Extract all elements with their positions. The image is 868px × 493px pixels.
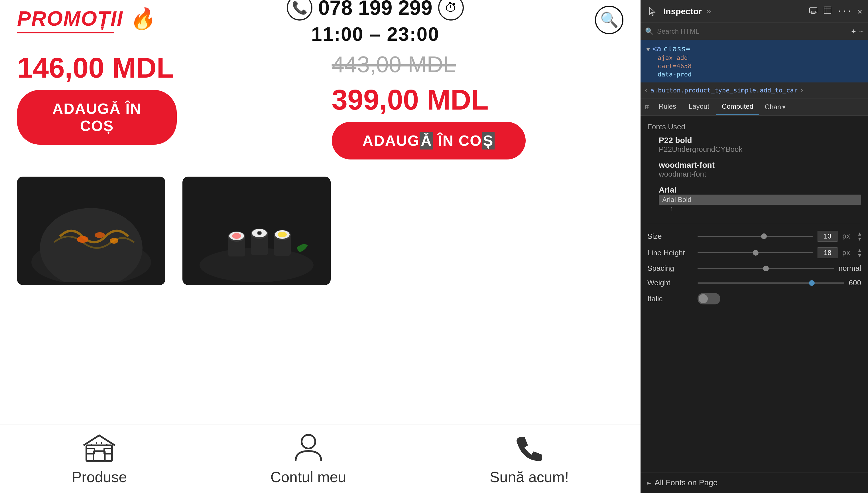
devtools-header: Inspector » ··· ✕ <box>641 0 868 23</box>
brand-underline <box>17 32 114 34</box>
tab-computed[interactable]: Computed <box>716 99 759 115</box>
add-html-button[interactable]: + <box>851 27 856 36</box>
tab-chan[interactable]: Chan ▾ <box>760 101 790 113</box>
tab-layout[interactable]: Layout <box>683 99 715 115</box>
spacing-value: normal <box>839 264 861 273</box>
inspector-cursor-icon[interactable] <box>646 5 659 18</box>
html-line-2: ajax_add_ <box>646 54 862 61</box>
svg-point-1 <box>40 208 142 282</box>
html-code-area: ▼ <a class= ajax_add_ cart=4658 data-pro… <box>641 40 868 83</box>
clock-icon: ⏱ <box>438 0 464 21</box>
line-height-stepper[interactable]: ▲ ▼ <box>858 248 861 258</box>
line-height-slider[interactable] <box>698 250 813 256</box>
add-to-cart-btn-1[interactable]: ADAUGĂ ÎN COȘ <box>17 90 177 145</box>
close-devtools-icon[interactable]: ✕ <box>858 6 862 16</box>
spacing-row: Spacing normal <box>647 264 861 273</box>
line-height-row: Line Height px ▲ ▼ <box>647 248 861 258</box>
breadcrumb-text: a.button.product_type_simple.add_to_car <box>650 87 798 94</box>
weight-value: 600 <box>849 278 861 287</box>
spacing-label: Spacing <box>647 264 693 273</box>
html-class-value: ajax_add_ <box>658 54 691 61</box>
font-p22-entry: P22 bold P22UndergroundCYBook <box>659 136 861 154</box>
tab-chan-dropdown-icon: ▾ <box>782 103 785 111</box>
responsive-icon[interactable] <box>809 6 818 17</box>
italic-toggle[interactable] <box>698 293 720 304</box>
fonts-used-header: Fonts Used <box>647 122 861 131</box>
html-dataprod: data-prod <box>658 71 691 78</box>
weight-track <box>698 282 844 284</box>
svg-point-10 <box>232 233 241 239</box>
svg-rect-21 <box>93 451 105 461</box>
svg-rect-31 <box>809 8 817 13</box>
cursor-indicator: ↑ <box>670 205 861 212</box>
business-hours: 11:00 – 23:00 <box>311 23 439 45</box>
svg-point-4 <box>110 238 118 244</box>
svg-point-15 <box>258 232 261 235</box>
font-woodmart-sub: woodmart-font <box>659 170 861 178</box>
size-slider[interactable] <box>698 233 813 239</box>
arial-bold-tag: Arial Bold <box>659 195 861 205</box>
line-height-thumb[interactable] <box>753 250 758 256</box>
more-options-icon[interactable]: ··· <box>838 6 852 16</box>
svg-point-30 <box>302 435 315 449</box>
html-more-icon[interactable]: ⋯ <box>860 27 864 35</box>
nav-suna[interactable]: Sună acum! <box>490 432 569 486</box>
inspector-tabs: ⊞ Rules Layout Computed Chan ▾ <box>641 99 868 115</box>
tab-grid-icon: ⊞ <box>643 103 652 111</box>
size-row: Size px ▲ ▼ <box>647 231 861 242</box>
fonts-panel: Fonts Used P22 bold P22UndergroundCYBook… <box>641 115 868 472</box>
devtools-title: Inspector <box>663 6 702 16</box>
breadcrumb-forward-icon[interactable]: › <box>800 86 804 94</box>
nav-suna-label: Sună acum! <box>490 469 569 486</box>
bottom-nav: Produse Contul meu Sună acum! <box>0 425 641 493</box>
top-bar: PROMOȚII 🔥 📞 078 199 299 ⏱ 11:00 – 23:00… <box>0 0 641 40</box>
size-unit: px <box>842 232 853 240</box>
products-area: 146,00 MDL ADAUGĂ ÎN COȘ 443,00 MDL 399,… <box>0 40 641 171</box>
size-thumb[interactable] <box>761 233 767 239</box>
tab-rules[interactable]: Rules <box>653 99 682 115</box>
search-html-input[interactable] <box>657 27 848 35</box>
search-button[interactable]: 🔍 <box>595 6 623 34</box>
font-arial-entry: Arial Arial Bold ↑ <box>659 186 861 212</box>
svg-point-2 <box>77 236 88 243</box>
all-fonts-expand-icon: ► <box>647 479 651 487</box>
font-woodmart: woodmart-font woodmart-font <box>647 160 861 178</box>
weight-thumb[interactable] <box>809 280 815 286</box>
font-p22-sub: P22UndergroundCYBook <box>659 145 861 154</box>
fonts-used-section: Fonts Used P22 bold P22UndergroundCYBook… <box>647 122 861 217</box>
search-html-bar: 🔍 + ⋯ <box>641 23 868 40</box>
weight-slider[interactable] <box>698 280 844 286</box>
font-p22: P22 bold P22UndergroundCYBook <box>647 136 861 154</box>
search-html-icon: 🔍 <box>645 27 654 35</box>
italic-row: Italic <box>647 293 861 304</box>
spacing-thumb[interactable] <box>763 265 769 271</box>
size-stepper[interactable]: ▲ ▼ <box>858 231 861 241</box>
phone-number: 078 199 299 <box>318 0 432 19</box>
product1-price: 146,00 MDL <box>17 51 309 84</box>
html-line-4: data-prod <box>646 71 862 78</box>
italic-toggle-knob <box>699 294 708 303</box>
html-arrow: ▼ <box>646 46 650 53</box>
font-woodmart-entry: woodmart-font woodmart-font <box>659 160 861 178</box>
nav-produse[interactable]: Produse <box>72 432 127 486</box>
html-line-3: cart=4658 <box>646 63 862 70</box>
html-cart-value: cart=4658 <box>658 63 691 70</box>
devtools-more-icon[interactable]: » <box>706 6 711 16</box>
contact-info: 📞 078 199 299 ⏱ 11:00 – 23:00 <box>287 0 463 45</box>
spacing-slider[interactable] <box>698 265 834 271</box>
food-image-1 <box>17 177 165 285</box>
spacer <box>647 311 861 465</box>
brand-logo: PROMOȚII 🔥 <box>17 6 156 34</box>
nav-contul-meu[interactable]: Contul meu <box>271 432 346 486</box>
all-fonts-label: All Fonts on Page <box>655 478 717 487</box>
spacing-track <box>698 268 834 269</box>
brand-title: PROMOȚII 🔥 <box>17 6 156 31</box>
add-to-cart-btn-2[interactable]: ADAUGĂ ÎN COȘ <box>332 122 526 159</box>
breadcrumb-back-icon[interactable]: ‹ <box>644 86 648 94</box>
line-height-value-input[interactable] <box>818 248 838 258</box>
all-fonts-section[interactable]: ► All Fonts on Page <box>641 472 868 493</box>
size-track <box>698 236 813 237</box>
size-value-input[interactable] <box>818 231 838 242</box>
font-arial: Arial Arial Bold ↑ <box>647 186 861 212</box>
pick-element-icon[interactable] <box>823 6 832 17</box>
